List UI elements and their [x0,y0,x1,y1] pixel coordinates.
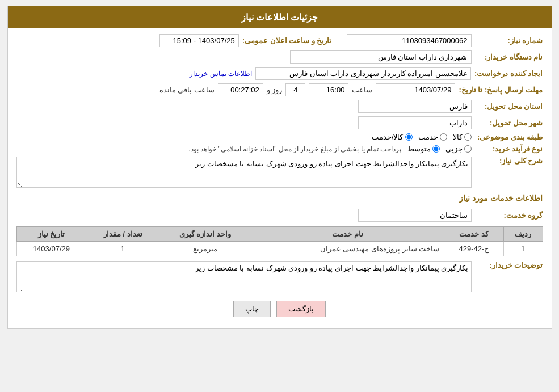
purchase-type-jozi-label: جزیی [445,145,463,153]
purchase-type-row: نوع فرآیند خرید: جزیی متوسط پرداخت تمام … [16,145,543,153]
purchase-type-motavas-input[interactable] [432,145,440,153]
col-name: نام خدمت [251,227,444,242]
deadline-days: 4 [285,83,305,96]
deadline-label: مهلت ارسال پاسخ: تا تاریخ: [459,86,543,94]
purchase-type-radio-group: جزیی متوسط [407,145,472,153]
date-label: تاریخ و ساعت اعلان عمومی: [242,36,332,45]
col-unit: واحد اندازه گیری [159,227,251,242]
need-number-value: 1103093467000062 [347,34,472,47]
deadline-row: مهلت ارسال پاسخ: تا تاریخ: 1403/07/29 سا… [16,83,543,96]
category-kala-khedmat-label: کالا/خدمت [372,133,404,141]
category-radio-kala[interactable]: کالا [453,133,472,141]
table-row: 1 ج-42-429 ساخت سایر پروژه‌های مهندسی عم… [16,242,543,256]
col-row: ردیف [503,227,543,242]
buyer-notes-row: توضیحات خریدار: [16,261,543,292]
deadline-remaining-label: ساعت باقی مانده [159,86,215,94]
category-row: طبقه بندی موضوعی: کالا خدمت کالا/خدمت [16,133,543,141]
service-group-value: ساختمان [358,209,472,222]
city-label: شهر محل تحویل: [475,119,543,127]
col-qty: تعداد / مقدار [86,227,159,242]
category-radio-kala-input[interactable] [464,133,472,141]
cell-date: 1403/07/29 [16,242,86,256]
purchase-type-jozi-input[interactable] [464,145,472,153]
org-name-label: نام دستگاه خریدار: [475,53,543,61]
print-button[interactable]: چاپ [233,301,271,317]
purchase-type-motavas[interactable]: متوسط [407,145,440,153]
deadline-time: 16:00 [309,83,348,96]
category-radio-khedmat-input[interactable] [440,133,447,141]
cell-name: ساخت سایر پروژه‌های مهندسی عمران [251,242,444,256]
purchase-type-label: نوع فرآیند خرید: [475,145,543,153]
description-row: شرح کلی نیاز: [16,157,543,188]
services-table: ردیف کد خدمت نام خدمت واحد اندازه گیری ت… [16,226,543,256]
requester-value: غلامحسین امیرزاده کاربرداز شهرداری داراب… [255,67,471,80]
need-number-label: شماره نیاز: [475,36,543,45]
cell-code: ج-42-429 [444,242,504,256]
description-label: شرح کلی نیاز: [475,157,543,165]
cell-row: 1 [503,242,543,256]
category-khedmat-label: خدمت [418,133,438,141]
service-group-label: گروه خدمت: [475,211,543,220]
category-kala-label: کالا [453,133,463,141]
deadline-remaining: 00:27:02 [218,83,263,96]
category-radio-kala-khedmat-input[interactable] [405,133,413,141]
buyer-notes-textarea[interactable] [16,261,472,292]
org-name-value: شهرداری داراب استان فارس [290,50,472,64]
province-value: فارس [358,100,472,113]
deadline-date: 1403/07/29 [376,83,455,96]
table-header-row: ردیف کد خدمت نام خدمت واحد اندازه گیری ت… [16,227,543,242]
services-section-title: اطلاعات خدمات مورد نیاز [16,193,543,205]
requester-label: ایجاد کننده درخواست: [474,69,543,78]
deadline-days-label: روز و [267,86,283,94]
purchase-type-note: پرداخت تمام یا بخشی از مبلغ خریدار از مح… [188,145,401,153]
main-content: شماره نیاز: 1103093467000062 تاریخ و ساع… [8,28,552,328]
back-button[interactable]: بازگشت [276,301,326,317]
service-group-row: گروه خدمت: ساختمان [16,209,543,222]
province-row: استان محل تحویل: فارس [16,100,543,113]
cell-unit: مترمربع [159,242,251,256]
category-radio-khedmat[interactable]: خدمت [418,133,447,141]
page-container: جزئیات اطلاعات نیاز شماره نیاز: 11030934… [7,6,552,329]
category-label: طبقه بندی موضوعی: [475,133,543,141]
table-body: 1 ج-42-429 ساخت سایر پروژه‌های مهندسی عم… [16,242,543,256]
need-number-row: شماره نیاز: 1103093467000062 تاریخ و ساع… [16,34,543,47]
col-code: کد خدمت [444,227,504,242]
purchase-type-motavas-label: متوسط [407,145,431,153]
province-label: استان محل تحویل: [475,102,543,111]
page-header: جزئیات اطلاعات نیاز [8,6,552,28]
purchase-type-jozi[interactable]: جزیی [445,145,472,153]
org-name-row: نام دستگاه خریدار: شهرداری داراب استان ف… [16,50,543,64]
col-date: تاریخ نیاز [16,227,86,242]
city-row: شهر محل تحویل: داراب [16,116,543,129]
description-textarea[interactable] [16,157,472,188]
contact-link[interactable]: اطلاعات تماس خریدار [190,70,252,78]
category-radio-kala-khedmat[interactable]: کالا/خدمت [372,133,413,141]
category-radio-group: کالا خدمت کالا/خدمت [372,133,472,141]
services-table-container: ردیف کد خدمت نام خدمت واحد اندازه گیری ت… [16,226,543,256]
page-title: جزئیات اطلاعات نیاز [241,12,318,22]
requester-row: ایجاد کننده درخواست: غلامحسین امیرزاده ک… [16,67,543,80]
deadline-time-label: ساعت [352,86,372,94]
date-value: 1403/07/25 - 15:09 [159,34,239,47]
button-row: بازگشت چاپ [16,301,543,317]
cell-qty: 1 [86,242,159,256]
buyer-notes-label: توضیحات خریدار: [475,261,543,269]
city-value: داراب [358,116,472,129]
